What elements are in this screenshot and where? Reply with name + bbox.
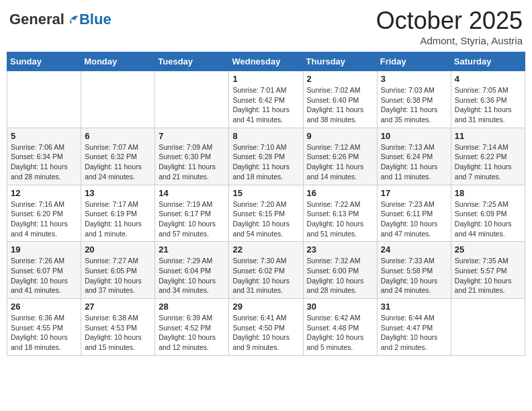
day-number: 16 bbox=[307, 188, 373, 198]
day-number: 19 bbox=[11, 244, 77, 255]
day-number: 6 bbox=[85, 131, 151, 141]
day-info: Sunrise: 7:01 AMSunset: 6:42 PMDaylight:… bbox=[232, 85, 299, 125]
logo-general-text: General bbox=[9, 11, 64, 28]
title-block: October 2025 Admont, Styria, Austria bbox=[376, 7, 523, 46]
day-info: Sunrise: 7:22 AMSunset: 6:13 PMDaylight:… bbox=[307, 199, 373, 239]
weekday-header-thursday: Thursday bbox=[303, 52, 377, 71]
day-info: Sunrise: 7:25 AMSunset: 6:09 PMDaylight:… bbox=[455, 199, 521, 239]
day-number: 20 bbox=[85, 244, 151, 255]
day-info: Sunrise: 7:16 AMSunset: 6:20 PMDaylight:… bbox=[11, 199, 77, 239]
day-info: Sunrise: 7:05 AMSunset: 6:36 PMDaylight:… bbox=[455, 85, 521, 125]
logo: General Blue bbox=[9, 11, 112, 28]
calendar-cell: 7Sunrise: 7:09 AMSunset: 6:30 PMDaylight… bbox=[155, 128, 229, 185]
day-info: Sunrise: 7:32 AMSunset: 6:00 PMDaylight:… bbox=[307, 256, 373, 295]
calendar-cell: 23Sunrise: 7:32 AMSunset: 6:00 PMDayligh… bbox=[303, 242, 377, 299]
calendar-week-4: 19Sunrise: 7:26 AMSunset: 6:07 PMDayligh… bbox=[7, 242, 525, 299]
calendar-cell bbox=[81, 71, 155, 128]
calendar-week-5: 26Sunrise: 6:36 AMSunset: 4:55 PMDayligh… bbox=[7, 299, 525, 356]
day-number: 5 bbox=[11, 131, 77, 141]
calendar-week-2: 5Sunrise: 7:06 AMSunset: 6:34 PMDaylight… bbox=[7, 128, 525, 185]
calendar-cell: 17Sunrise: 7:23 AMSunset: 6:11 PMDayligh… bbox=[377, 185, 451, 242]
logo-blue-text: Blue bbox=[79, 11, 112, 28]
day-info: Sunrise: 7:35 AMSunset: 5:57 PMDaylight:… bbox=[455, 256, 521, 295]
day-info: Sunrise: 7:23 AMSunset: 6:11 PMDaylight:… bbox=[381, 199, 447, 239]
calendar-cell: 15Sunrise: 7:20 AMSunset: 6:15 PMDayligh… bbox=[229, 185, 303, 242]
day-number: 30 bbox=[307, 302, 373, 312]
calendar-cell: 9Sunrise: 7:12 AMSunset: 6:26 PMDaylight… bbox=[303, 128, 377, 185]
day-number: 14 bbox=[159, 188, 225, 198]
weekday-header-saturday: Saturday bbox=[451, 52, 525, 71]
calendar-cell: 1Sunrise: 7:01 AMSunset: 6:42 PMDaylight… bbox=[229, 71, 303, 128]
day-info: Sunrise: 6:41 AMSunset: 4:50 PMDaylight:… bbox=[232, 313, 299, 353]
day-number: 24 bbox=[381, 244, 447, 255]
calendar-cell: 24Sunrise: 7:33 AMSunset: 5:58 PMDayligh… bbox=[377, 242, 451, 299]
calendar-cell: 30Sunrise: 6:42 AMSunset: 4:48 PMDayligh… bbox=[303, 299, 377, 356]
day-number: 28 bbox=[159, 302, 225, 312]
calendar-cell: 12Sunrise: 7:16 AMSunset: 6:20 PMDayligh… bbox=[7, 185, 81, 242]
calendar-cell: 20Sunrise: 7:27 AMSunset: 6:05 PMDayligh… bbox=[81, 242, 155, 299]
day-number: 23 bbox=[307, 244, 373, 255]
day-info: Sunrise: 6:39 AMSunset: 4:52 PMDaylight:… bbox=[159, 313, 225, 353]
day-number: 4 bbox=[455, 74, 521, 84]
calendar-cell: 14Sunrise: 7:19 AMSunset: 6:17 PMDayligh… bbox=[155, 185, 229, 242]
day-number: 3 bbox=[381, 74, 447, 84]
calendar-cell: 28Sunrise: 6:39 AMSunset: 4:52 PMDayligh… bbox=[155, 299, 229, 356]
day-info: Sunrise: 7:29 AMSunset: 6:04 PMDaylight:… bbox=[159, 256, 225, 295]
day-number: 29 bbox=[232, 302, 299, 312]
day-number: 10 bbox=[381, 131, 447, 141]
calendar-cell bbox=[451, 299, 525, 356]
day-info: Sunrise: 7:20 AMSunset: 6:15 PMDaylight:… bbox=[232, 199, 299, 239]
day-info: Sunrise: 7:26 AMSunset: 6:07 PMDaylight:… bbox=[11, 256, 77, 295]
weekday-header-friday: Friday bbox=[377, 52, 451, 71]
day-number: 12 bbox=[11, 188, 77, 198]
calendar-cell: 10Sunrise: 7:13 AMSunset: 6:24 PMDayligh… bbox=[377, 128, 451, 185]
calendar-table: SundayMondayTuesdayWednesdayThursdayFrid… bbox=[7, 52, 525, 356]
day-number: 2 bbox=[307, 74, 373, 84]
calendar-cell: 25Sunrise: 7:35 AMSunset: 5:57 PMDayligh… bbox=[451, 242, 525, 299]
day-info: Sunrise: 7:33 AMSunset: 5:58 PMDaylight:… bbox=[381, 256, 447, 295]
calendar-cell: 8Sunrise: 7:10 AMSunset: 6:28 PMDaylight… bbox=[229, 128, 303, 185]
calendar-cell: 19Sunrise: 7:26 AMSunset: 6:07 PMDayligh… bbox=[7, 242, 81, 299]
day-number: 31 bbox=[381, 302, 447, 312]
day-number: 7 bbox=[159, 131, 225, 141]
day-info: Sunrise: 6:44 AMSunset: 4:47 PMDaylight:… bbox=[381, 313, 447, 353]
day-info: Sunrise: 7:27 AMSunset: 6:05 PMDaylight:… bbox=[85, 256, 151, 295]
day-number: 26 bbox=[11, 302, 77, 312]
weekday-header-row: SundayMondayTuesdayWednesdayThursdayFrid… bbox=[7, 52, 525, 71]
calendar-cell: 26Sunrise: 6:36 AMSunset: 4:55 PMDayligh… bbox=[7, 299, 81, 356]
day-info: Sunrise: 7:03 AMSunset: 6:38 PMDaylight:… bbox=[381, 85, 447, 125]
month-title: October 2025 bbox=[376, 7, 523, 35]
calendar-cell: 11Sunrise: 7:14 AMSunset: 6:22 PMDayligh… bbox=[451, 128, 525, 185]
day-info: Sunrise: 7:06 AMSunset: 6:34 PMDaylight:… bbox=[11, 142, 77, 182]
calendar-cell: 29Sunrise: 6:41 AMSunset: 4:50 PMDayligh… bbox=[229, 299, 303, 356]
day-info: Sunrise: 6:36 AMSunset: 4:55 PMDaylight:… bbox=[11, 313, 77, 353]
calendar-cell: 3Sunrise: 7:03 AMSunset: 6:38 PMDaylight… bbox=[377, 71, 451, 128]
logo-bird-icon bbox=[66, 13, 79, 26]
day-info: Sunrise: 6:38 AMSunset: 4:53 PMDaylight:… bbox=[85, 313, 151, 353]
day-number: 27 bbox=[85, 302, 151, 312]
day-info: Sunrise: 7:14 AMSunset: 6:22 PMDaylight:… bbox=[455, 142, 521, 182]
calendar-cell: 6Sunrise: 7:07 AMSunset: 6:32 PMDaylight… bbox=[81, 128, 155, 185]
day-info: Sunrise: 7:17 AMSunset: 6:19 PMDaylight:… bbox=[85, 199, 151, 239]
calendar-cell: 2Sunrise: 7:02 AMSunset: 6:40 PMDaylight… bbox=[303, 71, 377, 128]
calendar-cell: 5Sunrise: 7:06 AMSunset: 6:34 PMDaylight… bbox=[7, 128, 81, 185]
calendar-cell: 31Sunrise: 6:44 AMSunset: 4:47 PMDayligh… bbox=[377, 299, 451, 356]
day-info: Sunrise: 7:13 AMSunset: 6:24 PMDaylight:… bbox=[381, 142, 447, 182]
calendar-cell: 13Sunrise: 7:17 AMSunset: 6:19 PMDayligh… bbox=[81, 185, 155, 242]
day-number: 21 bbox=[159, 244, 225, 255]
location-title: Admont, Styria, Austria bbox=[376, 35, 523, 46]
calendar-cell: 27Sunrise: 6:38 AMSunset: 4:53 PMDayligh… bbox=[81, 299, 155, 356]
day-number: 13 bbox=[85, 188, 151, 198]
weekday-header-tuesday: Tuesday bbox=[155, 52, 229, 71]
calendar-week-1: 1Sunrise: 7:01 AMSunset: 6:42 PMDaylight… bbox=[7, 71, 525, 128]
day-number: 8 bbox=[232, 131, 299, 141]
weekday-header-wednesday: Wednesday bbox=[229, 52, 303, 71]
calendar-cell bbox=[155, 71, 229, 128]
day-number: 17 bbox=[381, 188, 447, 198]
day-info: Sunrise: 7:09 AMSunset: 6:30 PMDaylight:… bbox=[159, 142, 225, 182]
calendar-cell bbox=[7, 71, 81, 128]
calendar-cell: 22Sunrise: 7:30 AMSunset: 6:02 PMDayligh… bbox=[229, 242, 303, 299]
calendar-week-3: 12Sunrise: 7:16 AMSunset: 6:20 PMDayligh… bbox=[7, 185, 525, 242]
day-info: Sunrise: 7:12 AMSunset: 6:26 PMDaylight:… bbox=[307, 142, 373, 182]
day-info: Sunrise: 7:02 AMSunset: 6:40 PMDaylight:… bbox=[307, 85, 373, 125]
